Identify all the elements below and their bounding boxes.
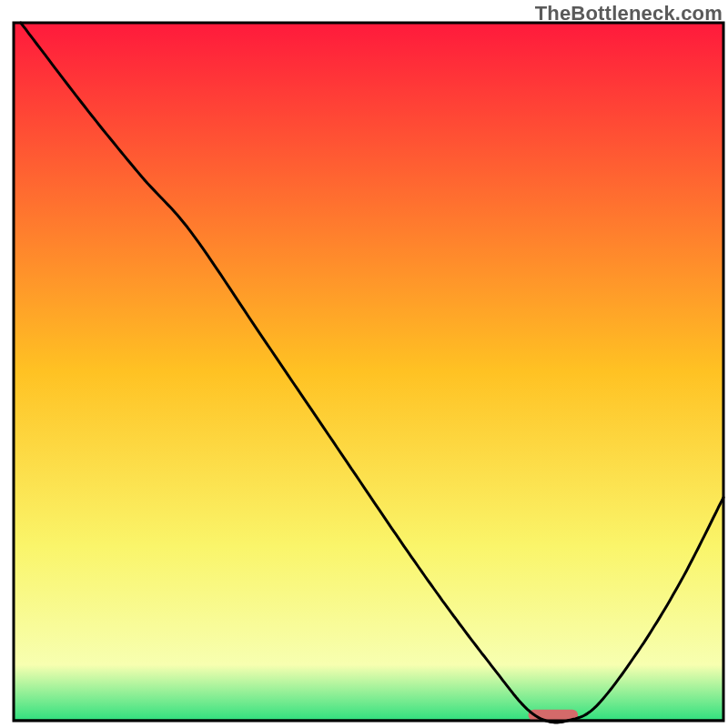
watermark-text: TheBottleneck.com xyxy=(535,2,723,25)
chart-container: TheBottleneck.com xyxy=(0,0,728,728)
bottleneck-chart xyxy=(0,0,728,728)
plot-background xyxy=(14,23,723,721)
